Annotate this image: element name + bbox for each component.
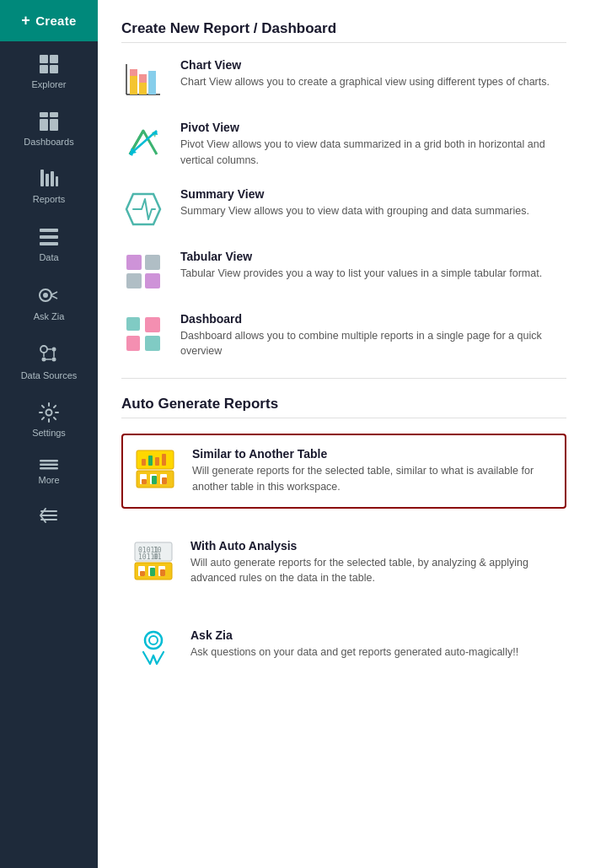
create-button[interactable]: + Create (0, 0, 98, 41)
dashboard-view-item[interactable]: Dashboard Dashboard allows you to combin… (121, 312, 566, 360)
sidebar-item-label-explorer: Explorer (32, 79, 67, 90)
svg-rect-29 (40, 464, 58, 466)
svg-rect-0 (40, 55, 48, 63)
svg-rect-2 (40, 65, 48, 73)
svg-rect-72 (150, 568, 155, 576)
svg-rect-63 (142, 459, 146, 466)
sidebar-item-data[interactable]: Data (0, 214, 98, 272)
svg-rect-39 (139, 74, 147, 83)
svg-rect-13 (40, 235, 58, 239)
svg-rect-37 (139, 83, 147, 94)
sidebar-item-back[interactable] (0, 495, 98, 532)
svg-rect-30 (40, 467, 58, 470)
pivot-view-title: Pivot View (180, 121, 566, 134)
svg-point-80 (149, 636, 158, 644)
similar-table-item[interactable]: Similar to Another Table Will generate r… (121, 434, 566, 509)
tabular-view-desc: Tabular View provides you a way to list … (180, 266, 542, 282)
dashboard-view-title: Dashboard (180, 312, 566, 326)
askzia-auto-title: Ask Zia (190, 628, 518, 642)
dashboard-view-text: Dashboard Dashboard allows you to combin… (180, 312, 566, 360)
svg-rect-9 (46, 174, 49, 186)
sidebar-item-label-settings: Settings (32, 428, 66, 439)
svg-rect-10 (51, 171, 54, 186)
sidebar-item-label-reports: Reports (33, 194, 66, 205)
svg-rect-40 (148, 71, 156, 94)
pivot-view-desc: Pivot View allows you to view data summa… (180, 137, 566, 169)
summary-view-icon (121, 187, 165, 231)
svg-rect-5 (50, 112, 58, 117)
svg-rect-11 (56, 176, 58, 186)
tabular-view-item[interactable]: Tabular View Tabular View provides you a… (121, 250, 566, 294)
auto-analysis-item[interactable]: 01011 10110 10 01 With Auto Analysis Wil… (121, 527, 566, 599)
svg-rect-1 (50, 55, 58, 63)
sidebar-item-label-data: Data (39, 252, 58, 263)
svg-rect-4 (40, 112, 48, 117)
explorer-icon (38, 53, 60, 75)
chart-view-desc: Chart View allows you to create a graphi… (180, 74, 550, 90)
section-divider (121, 378, 566, 379)
svg-rect-38 (130, 69, 137, 76)
section2-title: Auto Generate Reports (121, 396, 566, 418)
svg-point-27 (46, 410, 52, 416)
svg-rect-36 (130, 76, 137, 94)
svg-rect-50 (145, 273, 160, 288)
auto-generate-section: Auto Generate Reports (121, 396, 566, 684)
dashboard-view-desc: Dashboard allows you to combine multiple… (180, 328, 566, 360)
svg-line-43 (130, 131, 157, 154)
sidebar-item-reports[interactable]: Reports (0, 156, 98, 213)
similar-table-text: Similar to Another Table Will generate r… (192, 447, 555, 495)
svg-rect-47 (126, 255, 142, 270)
sidebar-item-dashboards[interactable]: Dashboards (0, 99, 98, 156)
askzia-auto-desc: Ask questions on your data and get repor… (190, 644, 518, 660)
sidebar-item-more[interactable]: More (0, 447, 98, 494)
sidebar-item-settings[interactable]: Settings (0, 390, 98, 447)
svg-point-19 (40, 346, 47, 353)
tabular-view-text: Tabular View Tabular View provides you a… (180, 250, 542, 282)
svg-rect-71 (140, 571, 145, 576)
svg-point-20 (52, 347, 56, 351)
pivot-view-text: Pivot View Pivot View allows you to view… (180, 121, 566, 169)
svg-rect-61 (162, 477, 167, 484)
chart-view-text: Chart View Chart View allows you to crea… (180, 58, 550, 90)
sidebar-item-explorer[interactable]: Explorer (0, 41, 98, 99)
sidebar-item-askzia[interactable]: Ask Zia (0, 272, 98, 331)
main-content: Create New Report / Dashboard Chart View… (98, 0, 590, 868)
svg-rect-28 (40, 460, 58, 462)
similar-table-icon (133, 447, 177, 491)
svg-rect-65 (155, 457, 159, 466)
svg-rect-59 (142, 479, 147, 484)
chart-view-icon (121, 58, 165, 102)
pivot-view-item[interactable]: Pivot View Pivot View allows you to view… (121, 121, 566, 169)
askzia-auto-icon (131, 628, 175, 672)
sidebar-item-datasources[interactable]: Data Sources (0, 331, 98, 390)
summary-view-item[interactable]: Summary View Summary View allows you to … (121, 187, 566, 231)
summary-view-title: Summary View (180, 187, 529, 201)
section1-title: Create New Report / Dashboard (121, 20, 566, 43)
chart-view-title: Chart View (180, 58, 550, 72)
plus-icon: + (21, 12, 30, 30)
sidebar-item-label-more: More (38, 475, 59, 486)
svg-point-21 (42, 357, 46, 361)
svg-rect-64 (148, 456, 153, 466)
svg-rect-54 (145, 336, 160, 351)
svg-rect-60 (152, 476, 157, 484)
askzia-icon (37, 283, 61, 307)
dashboard-view-icon (121, 312, 165, 356)
auto-analysis-desc: Will auto generate reports for the selec… (190, 555, 556, 587)
svg-rect-3 (50, 65, 58, 73)
data-icon (38, 226, 60, 248)
similar-table-title: Similar to Another Table (192, 447, 555, 461)
create-label: Create (35, 13, 77, 28)
svg-rect-53 (145, 317, 160, 332)
tabular-view-title: Tabular View (180, 250, 542, 263)
settings-icon (38, 402, 60, 423)
svg-rect-48 (145, 255, 160, 270)
more-icon (38, 459, 60, 471)
sidebar: + Create Explorer Dashboards (0, 0, 98, 868)
svg-rect-49 (126, 273, 142, 288)
svg-rect-14 (40, 242, 58, 245)
svg-rect-66 (162, 454, 166, 466)
askzia-item[interactable]: Ask Zia Ask questions on your data and g… (121, 617, 566, 684)
chart-view-item[interactable]: Chart View Chart View allows you to crea… (121, 58, 566, 102)
svg-rect-12 (40, 229, 58, 232)
